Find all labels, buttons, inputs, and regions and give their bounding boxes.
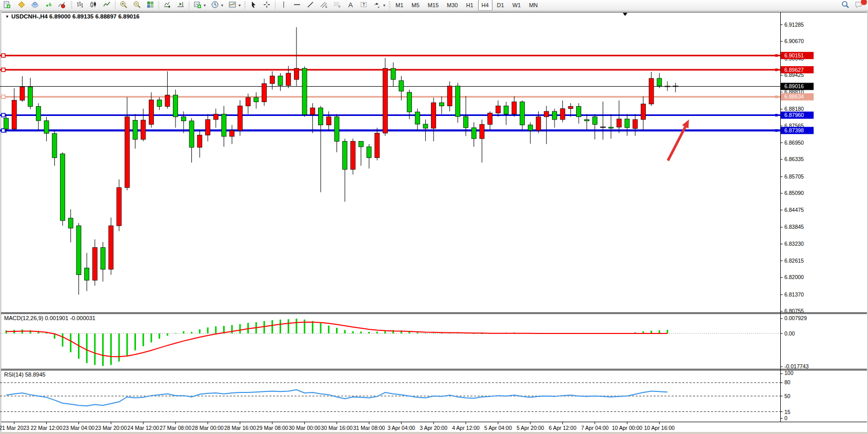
line-chart-button[interactable]: [101, 0, 113, 10]
price-axis-label: 6.82615: [784, 258, 804, 264]
channel-tool-button[interactable]: E: [318, 0, 330, 10]
vertical-line-tool-button[interactable]: [278, 0, 290, 10]
time-axis-label: 27 Mar 08:00: [160, 425, 191, 431]
time-axis-label: 23 Mar 04:00: [63, 425, 95, 431]
price-badge-label: 6.90151: [784, 52, 804, 58]
search-icon: [841, 1, 850, 10]
line-handle[interactable]: [775, 69, 778, 71]
price-axis-label: 6.83230: [784, 241, 804, 247]
line-handle[interactable]: [775, 129, 778, 132]
crosshair-icon: [263, 1, 271, 10]
fibonacci-tool-button[interactable]: F: [331, 0, 343, 10]
line-handle[interactable]: [775, 54, 778, 57]
dropdown-caret-icon: ▾: [204, 3, 206, 8]
time-axis-label: 21 Mar 2023: [0, 425, 29, 431]
bar-chart-button[interactable]: [74, 0, 86, 10]
timeframe-button-m5[interactable]: M5: [408, 0, 423, 11]
toolbar: ▾▾▾EFAT▾M1M5M15M30H1H4D1W1MN: [0, 0, 868, 11]
text-tool-button[interactable]: A: [344, 0, 357, 10]
chart-shift-button[interactable]: [174, 0, 187, 10]
candlestick-chart-button[interactable]: [87, 0, 100, 10]
time-axis-label: 4 Apr 12:00: [452, 425, 480, 431]
timeframe-button-h4[interactable]: H4: [478, 0, 492, 11]
line-handle[interactable]: [775, 95, 778, 98]
chart-area[interactable]: ▼USDCNH-,H4 6.89000 6.89135 6.88897 6.89…: [0, 0, 868, 434]
trendline-tool-button[interactable]: [304, 0, 317, 10]
rsi-axis-label: 80: [784, 379, 791, 385]
chat-button[interactable]: [853, 0, 865, 10]
toolbar-separator: [389, 2, 390, 9]
price-axis-label: 6.90670: [784, 38, 804, 44]
zoom-out-button[interactable]: [131, 0, 143, 10]
time-axis-label: 28 Mar 00:00: [192, 425, 224, 431]
time-axis-label: 30 Mar 00:00: [289, 425, 321, 431]
auto-scroll-button[interactable]: [161, 0, 173, 10]
publish-icon: [31, 1, 39, 10]
timeframe-button-m15[interactable]: M15: [424, 0, 442, 11]
dropdown-caret-icon: ▾: [383, 3, 385, 8]
time-axis-label: 23 Mar 20:00: [95, 425, 127, 431]
price-badge-label: 6.89016: [784, 83, 804, 89]
signal-icon: [44, 1, 52, 10]
chart-shift-icon: [176, 1, 185, 10]
zoom-in-icon: [120, 1, 128, 10]
toolbar-separator: [189, 1, 189, 9]
shapes-icon: [373, 1, 381, 10]
tile-windows-icon: [146, 1, 154, 10]
chart-title: ▼USDCNH-,H4 6.89000 6.89135 6.88897 6.89…: [5, 13, 140, 19]
periods-button[interactable]: ▾: [209, 0, 225, 10]
new-chart-icon: [193, 1, 202, 10]
crosshair-tool-button[interactable]: [261, 0, 273, 10]
toolbar-separator: [71, 2, 72, 9]
line-handle[interactable]: [2, 113, 5, 117]
price-badge-label: 6.87398: [784, 127, 804, 133]
label-icon: T: [360, 1, 368, 10]
tile-windows-button[interactable]: [144, 0, 156, 10]
symbol-ohlc-title: USDCNH-,H4 6.89000 6.89135 6.88897 6.890…: [11, 13, 140, 19]
cursor-tool-button[interactable]: [247, 0, 260, 10]
signal-button[interactable]: [42, 0, 54, 10]
line-handle[interactable]: [2, 68, 5, 72]
line-handle[interactable]: [2, 95, 5, 98]
line-chart-icon: [103, 1, 111, 10]
zoom-in-button[interactable]: [117, 0, 130, 10]
rsi-axis-label: 50: [784, 393, 791, 399]
timeframe-button-m30[interactable]: M30: [443, 0, 461, 11]
toolbar-separator: [115, 1, 115, 9]
svg-text:E: E: [325, 5, 327, 8]
timeframe-button-mn[interactable]: MN: [525, 0, 541, 11]
shapes-tool-button[interactable]: ▾: [371, 0, 387, 10]
price-axis-label: 6.91285: [784, 22, 804, 28]
line-handle[interactable]: [775, 114, 778, 116]
time-axis-label: 7 Apr 04:00: [581, 425, 609, 431]
price-axis-label: 6.85090: [784, 190, 804, 196]
dropdown-caret-icon: ▾: [221, 3, 223, 8]
vline-icon: [280, 1, 288, 10]
timeframe-button-d1[interactable]: D1: [494, 0, 508, 11]
price-axis-label: 6.86950: [784, 140, 804, 146]
timeframe-button-h1[interactable]: H1: [462, 0, 477, 11]
auto-trading-button[interactable]: [55, 0, 69, 10]
rsi-axis-label: 15: [784, 409, 791, 415]
new-order-button[interactable]: [1, 0, 14, 10]
new-chart-button[interactable]: ▾: [191, 0, 208, 10]
auto-trading-icon: [57, 1, 66, 10]
rsi-title: RSI(14) 58.8945: [4, 371, 46, 378]
time-axis-label: 10 Apr 16:00: [644, 425, 675, 431]
zoom-out-icon: [133, 1, 141, 10]
horizontal-line-tool-button[interactable]: [291, 0, 303, 10]
publish-button[interactable]: [29, 0, 41, 10]
templates-button[interactable]: ▾: [226, 0, 243, 10]
metaeditor-button[interactable]: [15, 0, 28, 10]
line-handle[interactable]: [2, 54, 5, 57]
timeframe-button-w1[interactable]: W1: [509, 0, 525, 11]
notification-badge: [860, 0, 867, 6]
price-badge-label: 6.88634: [784, 93, 804, 100]
label-tool-button[interactable]: T: [358, 0, 370, 10]
macd-axis-label: -0.017743: [784, 363, 808, 369]
search-button[interactable]: [839, 0, 852, 10]
timeframe-button-m1[interactable]: M1: [392, 0, 407, 11]
time-axis-label: 5 Apr 20:00: [517, 425, 544, 431]
time-axis-label: 28 Mar 16:00: [224, 425, 256, 431]
template-icon: [228, 1, 236, 10]
